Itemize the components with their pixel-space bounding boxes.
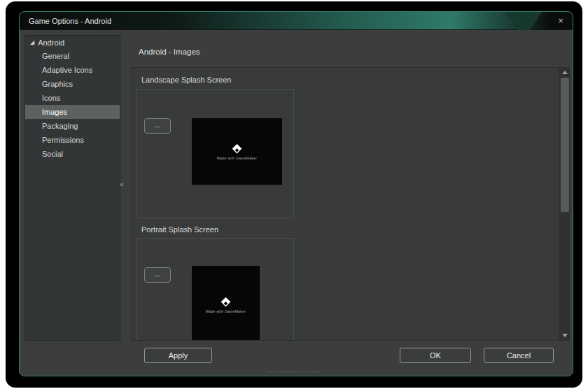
sidebar-item-label: Graphics bbox=[42, 80, 73, 88]
options-tree: ◢ Android General Adaptive Icons Graphic… bbox=[24, 35, 120, 341]
sidebar-item-label: General bbox=[42, 52, 69, 60]
sidebar-item-label: Packaging bbox=[42, 122, 78, 130]
resize-grip[interactable] bbox=[267, 372, 320, 372]
apply-button[interactable]: Apply bbox=[144, 348, 212, 363]
window-title: Game Options - Android bbox=[20, 17, 111, 25]
portrait-splash-preview: Made with GameMaker bbox=[192, 266, 260, 341]
titlebar-accent-shape bbox=[505, 12, 542, 30]
screen-backdrop: Game Options - Android × ◢ Android Gener… bbox=[6, 1, 582, 388]
sidebar-item-label: Icons bbox=[42, 94, 60, 102]
sidebar-item-label: Adaptive Icons bbox=[42, 66, 92, 74]
close-icon[interactable]: × bbox=[555, 15, 566, 27]
tree-node-android[interactable]: ◢ Android bbox=[25, 36, 120, 49]
splash-caption: Made with GameMaker bbox=[206, 309, 246, 313]
landscape-browse-button[interactable]: ... bbox=[144, 118, 171, 134]
sidebar-collapse-icon[interactable]: « bbox=[120, 180, 124, 188]
splash-caption: Made with GameMaker bbox=[217, 156, 257, 160]
landscape-splash-preview: Made with GameMaker bbox=[192, 118, 282, 185]
sidebar-item-label: Social bbox=[42, 150, 63, 158]
scroll-up-icon[interactable] bbox=[560, 68, 570, 77]
sidebar-item-social[interactable]: Social bbox=[25, 147, 120, 161]
sidebar-item-icons[interactable]: Icons bbox=[25, 91, 120, 105]
vertical-scrollbar[interactable] bbox=[559, 68, 569, 340]
sidebar-item-general[interactable]: General bbox=[25, 49, 120, 63]
ok-button[interactable]: OK bbox=[400, 348, 471, 363]
sidebar-item-label: Images bbox=[42, 108, 67, 116]
tree-node-label: Android bbox=[38, 38, 64, 47]
sidebar-item-adaptive-icons[interactable]: Adaptive Icons bbox=[25, 63, 120, 77]
scroll-down-icon[interactable] bbox=[560, 331, 570, 340]
sidebar-item-permissions[interactable]: Permissions bbox=[25, 133, 120, 147]
portrait-browse-button[interactable]: ... bbox=[144, 267, 171, 283]
sidebar-item-label: Permissions bbox=[42, 136, 84, 144]
page-title: Android - Images bbox=[139, 48, 200, 56]
gamemaker-logo-icon bbox=[220, 297, 231, 307]
sidebar-item-images[interactable]: Images bbox=[25, 105, 120, 119]
gamemaker-logo-icon bbox=[232, 143, 242, 154]
cancel-button[interactable]: Cancel bbox=[484, 348, 554, 363]
sidebar-item-graphics[interactable]: Graphics bbox=[25, 77, 120, 91]
landscape-group-box: ... Made with GameMaker bbox=[136, 89, 294, 218]
game-options-window: Game Options - Android × ◢ Android Gener… bbox=[19, 11, 573, 376]
expander-icon[interactable]: ◢ bbox=[30, 40, 34, 45]
portrait-section-title: Portrait Splash Screen bbox=[141, 225, 218, 234]
images-panel: Landscape Splash Screen ... Made with Ga… bbox=[131, 67, 570, 341]
scrollbar-thumb[interactable] bbox=[561, 78, 569, 212]
sidebar-item-packaging[interactable]: Packaging bbox=[25, 119, 120, 133]
landscape-section-title: Landscape Splash Screen bbox=[141, 76, 231, 84]
portrait-group-box: ... Made with GameMaker bbox=[136, 238, 294, 341]
titlebar[interactable]: Game Options - Android × bbox=[20, 12, 573, 30]
